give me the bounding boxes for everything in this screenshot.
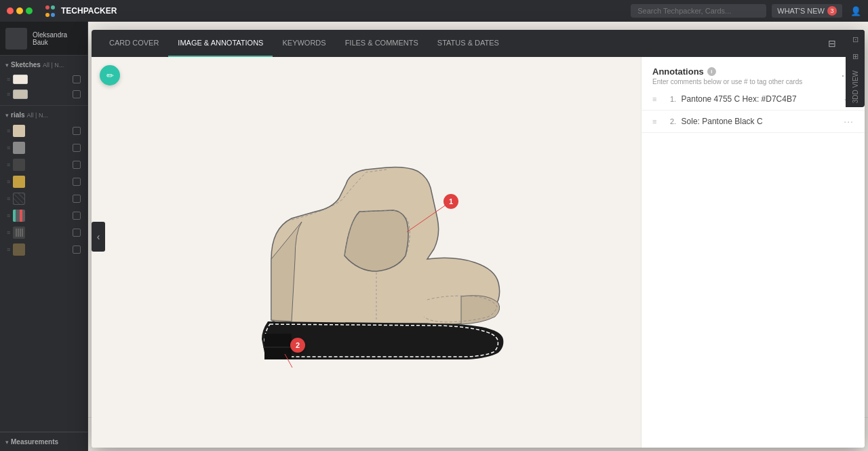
material-thumb-5: [13, 193, 25, 205]
tab-card-cover[interactable]: CARD COVER: [100, 30, 168, 57]
sketch-thumb-2: [13, 90, 28, 99]
left-collapse-icon[interactable]: ‹: [92, 222, 105, 252]
drag-handle-2: ≡: [7, 91, 10, 98]
modal-body: ✏: [92, 57, 865, 448]
mat-check-1[interactable]: [73, 127, 81, 135]
material-thumb-6: [13, 210, 25, 222]
annotation-1-drag: ≡: [652, 95, 663, 103]
left-sidebar: Oleksandra Bauk ▾ Sketches All | N... ≡: [0, 22, 88, 451]
annotation-2-dots-icon: ···: [844, 116, 854, 127]
annotations-panel: Annotations i Enter comments below or us…: [641, 57, 865, 448]
mat-check-2[interactable]: [73, 144, 81, 152]
mat-check-7[interactable]: [73, 229, 81, 237]
materials-section: ▾ rials All | N... ≡ ≡: [0, 106, 87, 432]
modal-tabs: CARD COVER IMAGE & ANNOTATIONS KEYWORDS …: [92, 30, 865, 57]
topbar: TECHPACKER WHAT'S NEW 3 👤: [0, 0, 868, 22]
sketch-item-1[interactable]: ≡: [4, 73, 83, 86]
sketch-check-2[interactable]: [73, 90, 81, 98]
measurements-sidebar-title: Measurements: [11, 438, 58, 446]
material-item-8[interactable]: ≡: [4, 241, 83, 258]
material-item-3[interactable]: ≡: [4, 157, 83, 173]
edit-fab[interactable]: ✏: [100, 65, 120, 85]
annotation-1-text: 1. Pantone 4755 C Hex: #D7C4B7: [670, 94, 837, 104]
material-item-7[interactable]: ≡: [4, 224, 83, 241]
user-icon[interactable]: 👤: [850, 6, 861, 16]
tab-status-dates[interactable]: STATUS & DATES: [428, 30, 509, 57]
sketches-title: Sketches: [11, 61, 41, 68]
material-thumb-2: [13, 142, 25, 154]
3dd-view-label: 3DD VIEW: [852, 71, 859, 103]
image-area: ✏: [92, 57, 641, 448]
app-logo: TECHPACKER: [43, 4, 117, 18]
whats-new-button[interactable]: WHAT'S NEW 3: [772, 4, 842, 18]
material-thumb-1: [13, 125, 25, 137]
measurements-section-sidebar: ▾ Measurements: [0, 432, 87, 451]
tab-image-annotations[interactable]: IMAGE & ANNOTATIONS: [168, 30, 273, 57]
material-item-6[interactable]: ≡: [4, 208, 83, 224]
boot-svg: 1: [197, 123, 509, 368]
window-minimize-button[interactable]: ⊟: [825, 35, 839, 52]
project-thumbnail: [5, 28, 27, 50]
mat-check-3[interactable]: [73, 161, 81, 169]
sketches-collapse-icon[interactable]: ▾: [5, 62, 9, 68]
material-thumb-8: [13, 243, 25, 256]
notification-badge: 3: [827, 6, 837, 16]
materials-title: rials: [11, 111, 25, 119]
sketches-header: ▾ Sketches All | N...: [0, 58, 87, 71]
sketch-item-2[interactable]: ≡: [4, 87, 83, 101]
app-name: TECHPACKER: [61, 6, 117, 16]
sketches-filter: All | N...: [43, 62, 64, 68]
topbar-right: WHAT'S NEW 3 👤: [772, 4, 861, 18]
annotations-subtitle: Enter comments below or use # to tag oth…: [652, 78, 802, 85]
mat-check-4[interactable]: [73, 178, 81, 186]
modal-dialog: CARD COVER IMAGE & ANNOTATIONS KEYWORDS …: [92, 30, 865, 448]
search-input[interactable]: [631, 4, 766, 18]
sketches-section: ▾ Sketches All | N... ≡ ≡: [0, 56, 87, 106]
annotation-2-more-button[interactable]: ···: [844, 116, 854, 127]
material-item-2[interactable]: ≡: [4, 140, 83, 156]
annotations-info-icon: i: [707, 67, 716, 76]
material-item-1[interactable]: ≡: [4, 123, 83, 139]
annotations-title-text: Annotations: [652, 66, 704, 77]
sketch-thumb-1: [13, 75, 28, 84]
mat-check-5[interactable]: [73, 195, 81, 203]
pencil-icon: ✏: [106, 71, 114, 81]
svg-text:1: 1: [449, 197, 453, 205]
materials-filter: All | N...: [27, 112, 48, 119]
material-thumb-3: [13, 159, 25, 171]
tab-files-comments[interactable]: FILES & COMMENTS: [336, 30, 428, 57]
annotation-item-2: ≡ 2. Sole: Pantone Black C ···: [642, 111, 865, 133]
material-item-4[interactable]: ≡: [4, 174, 83, 190]
drag-handle-1: ≡: [7, 76, 10, 83]
modal-right-actions: ⊡ ⊞ 3DD VIEW: [846, 30, 865, 107]
annotation-item-1: ≡ 1. Pantone 4755 C Hex: #D7C4B7 ···: [642, 88, 865, 111]
annotations-header: Annotations i Enter comments below or us…: [642, 57, 865, 88]
material-thumb-7: [13, 227, 25, 239]
annotation-2-text: 2. Sole: Pantone Black C: [670, 117, 837, 126]
material-thumb-4: [13, 176, 25, 188]
content-area: Card Title TOL(+) TOL(-) 6 8 9 10 11 12 …: [88, 22, 868, 451]
materials-collapse-icon[interactable]: ▾: [5, 112, 9, 119]
annotation-2-drag: ≡: [652, 117, 663, 125]
annotation-dot-2[interactable]: 2: [290, 338, 305, 353]
mat-check-8[interactable]: [73, 246, 81, 254]
material-item-5[interactable]: ≡: [4, 191, 83, 207]
materials-header: ▾ rials All | N...: [0, 109, 87, 121]
collapse-button[interactable]: ‹: [92, 222, 105, 252]
sketch-check-1[interactable]: [73, 75, 81, 83]
mat-check-6[interactable]: [73, 212, 81, 220]
boot-container: 1 2: [197, 123, 536, 381]
project-name: Oleksandra Bauk: [33, 31, 82, 46]
tab-keywords[interactable]: KEYWORDS: [273, 30, 335, 57]
view-button[interactable]: ⊡: [851, 34, 860, 45]
grid-view-button[interactable]: ⊞: [851, 51, 860, 62]
